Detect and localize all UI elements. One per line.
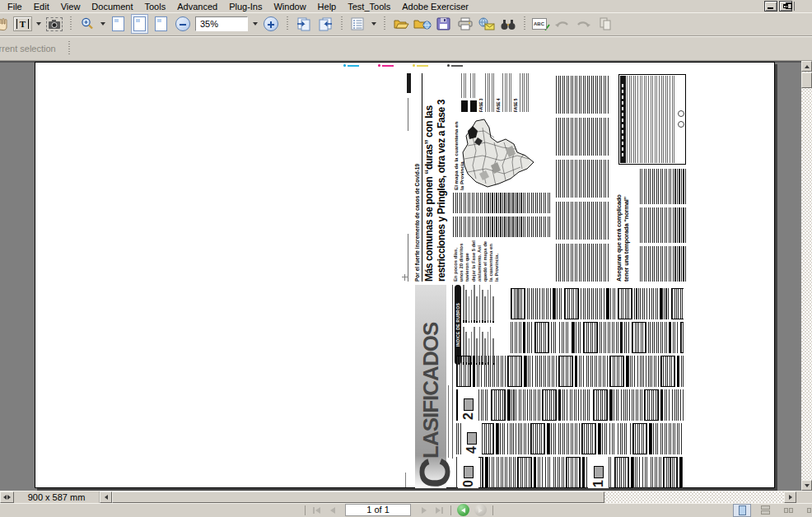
open-button[interactable]	[390, 14, 411, 35]
notice-seals	[678, 76, 684, 163]
classified-ad	[581, 423, 596, 454]
fit-width-button[interactable]	[151, 14, 171, 35]
previous-view-button-status[interactable]	[457, 504, 469, 516]
classified-ad	[535, 356, 542, 387]
classified-ad	[570, 389, 579, 421]
second-article-headline: Aseguran que será complicado tener una t…	[615, 183, 630, 282]
last-page-button[interactable]	[432, 504, 447, 516]
classified-ad	[567, 423, 580, 454]
classified-ad	[478, 389, 489, 421]
status-bar: 1 of 1	[0, 503, 812, 517]
menu-help[interactable]: Help	[312, 1, 343, 12]
print-button[interactable]	[455, 14, 475, 35]
legend-fase-4: FASE 4	[497, 73, 512, 112]
menu-test-tools[interactable]: Test_Tools	[342, 1, 396, 12]
zoom-level-field[interactable]: 35%	[195, 16, 248, 31]
index-entry	[492, 296, 494, 323]
scroll-down-button[interactable]	[801, 480, 812, 491]
classified-ad	[677, 356, 684, 387]
fit-page-button[interactable]	[129, 14, 150, 35]
menu-view[interactable]: View	[55, 1, 86, 12]
vertical-scrollbar[interactable]	[801, 61, 812, 491]
actual-size-button[interactable]	[108, 14, 128, 35]
chevron-down-icon	[100, 22, 105, 26]
previous-page-button[interactable]	[324, 504, 340, 516]
zoom-out-button[interactable]	[172, 14, 193, 35]
horizontal-scroll-track[interactable]	[604, 491, 784, 503]
minimize-button[interactable]	[764, 1, 777, 12]
classified-ad	[566, 457, 581, 488]
snapshot-tool-button[interactable]	[44, 14, 64, 35]
zoom-in-tool-button[interactable]	[77, 14, 97, 35]
previous-view-button[interactable]	[315, 14, 335, 35]
next-page-button[interactable]	[416, 504, 432, 516]
zoom-in-button[interactable]	[260, 14, 281, 35]
ad-photo-thumbnail	[464, 466, 474, 478]
search-button[interactable]	[497, 14, 518, 35]
classified-column	[456, 356, 684, 387]
continuous-layout-button[interactable]	[756, 504, 774, 517]
save-button[interactable]	[433, 14, 454, 35]
menu-window[interactable]: Window	[268, 1, 311, 12]
scroll-right-button[interactable]	[784, 491, 796, 503]
copy-button[interactable]	[595, 14, 615, 35]
facing-layout-button[interactable]	[779, 504, 797, 517]
hand-tool-button[interactable]	[0, 14, 12, 35]
continuous-facing-layout-button[interactable]	[802, 504, 812, 517]
restore-button[interactable]	[779, 1, 792, 12]
chevron-down-icon	[36, 22, 41, 26]
classified-column	[456, 423, 684, 454]
classified-column	[511, 288, 684, 319]
email-button[interactable]	[476, 14, 497, 35]
classified-ad	[632, 389, 642, 421]
classified-ad	[473, 356, 483, 387]
classified-ad	[534, 322, 549, 353]
classifieds-rule	[452, 285, 453, 459]
current-selection-button[interactable]: current selection	[0, 44, 64, 54]
menu-document[interactable]: Document	[86, 1, 138, 12]
page-layout-buttons	[733, 504, 812, 517]
classified-column	[456, 389, 684, 421]
scroll-left-button[interactable]	[100, 491, 112, 503]
classified-ad	[669, 322, 679, 353]
redo-button[interactable]	[573, 14, 594, 35]
body-text-column	[556, 118, 609, 156]
scroll-up-button[interactable]	[801, 61, 812, 72]
menu-plugins[interactable]: Plug-Ins	[223, 1, 268, 12]
menu-edit[interactable]: Edit	[28, 1, 55, 12]
first-page-button[interactable]	[309, 504, 324, 516]
next-view-button-status[interactable]	[474, 504, 487, 516]
select-text-tool-button[interactable]: T	[12, 14, 33, 35]
pdf-page-canvas[interactable]: Por el fuerte incremento de casos de Cov…	[35, 62, 775, 488]
undo-button[interactable]	[552, 14, 572, 35]
printer-icon	[457, 17, 474, 30]
seal-icon	[678, 122, 684, 128]
navigation-tabs-button[interactable]	[348, 14, 368, 35]
single-page-layout-button[interactable]	[733, 504, 751, 517]
document-viewport[interactable]: Por el fuerte incremento de casos de Cov…	[0, 61, 801, 491]
spellcheck-button[interactable]: ABC	[530, 14, 551, 35]
zoom-level-dropdown[interactable]	[250, 14, 259, 35]
navigation-tabs-dropdown[interactable]	[369, 14, 378, 35]
menu-file[interactable]: File	[2, 1, 28, 12]
select-tool-dropdown[interactable]	[34, 14, 43, 35]
vertical-scroll-thumb[interactable]	[801, 72, 812, 88]
toolbar-separator	[380, 16, 388, 32]
next-view-button[interactable]	[293, 14, 314, 35]
horizontal-scroll-thumb[interactable]	[112, 491, 604, 503]
splitter-grip-button[interactable]	[0, 491, 14, 503]
ad-photo-thumbnail	[464, 398, 474, 411]
menu-adobe-exerciser[interactable]: Adobe Exerciser	[396, 1, 474, 12]
classified-ad	[620, 322, 630, 353]
classified-ad	[524, 356, 534, 387]
classified-ad	[631, 457, 641, 488]
open-web-page-button[interactable]	[412, 14, 432, 35]
single-page-icon	[739, 505, 746, 515]
menu-tools[interactable]: Tools	[139, 1, 172, 12]
classified-ad	[519, 389, 528, 421]
classified-ad	[660, 356, 675, 387]
zoom-tool-dropdown[interactable]	[98, 14, 107, 35]
classifieds-page: C LASIFICADOS INDICE DE RUBROS	[415, 285, 686, 488]
page-number-field[interactable]: 1 of 1	[345, 504, 411, 516]
menu-advanced[interactable]: Advanced	[171, 1, 223, 12]
